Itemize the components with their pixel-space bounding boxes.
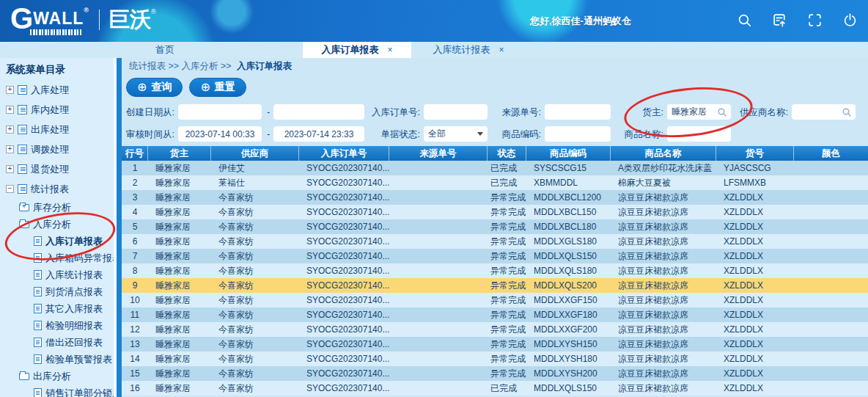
table-cell: 睡雅家居: [148, 263, 211, 278]
table-row[interactable]: 6睡雅家居今喜家纺SYOCG202307140...异常完成MDDLXGLS18…: [122, 234, 868, 249]
query-button-label: 查询: [151, 81, 172, 94]
brand-letter-g: G: [10, 5, 33, 32]
table-cell: XZLDDLX: [716, 352, 794, 366]
table-cell: 异常完成: [488, 263, 526, 278]
table-row[interactable]: 8睡雅家居今喜家纺SYOCG202307140...异常完成MDDLXQLS18…: [122, 263, 868, 278]
table-cell: XZLDDLX: [716, 337, 794, 352]
column-header[interactable]: 货号: [716, 146, 794, 161]
sidebar-item[interactable]: 入库箱码异常报表: [0, 250, 114, 266]
table-row[interactable]: 14睡雅家居今喜家纺SYOCG202307140...异常完成MDDLXYSH1…: [122, 352, 868, 366]
table-row[interactable]: 3睡雅家居今喜家纺SYOCG202307140...异常完成MDDLXBCL12…: [122, 190, 868, 205]
table-row[interactable]: 1睡雅家居伊佳艾SYOCG202307140...已完成SYSCSCG15A类双…: [122, 161, 868, 175]
column-header[interactable]: 商品名称: [611, 146, 716, 161]
sidebar-item[interactable]: 库存分析: [0, 199, 114, 216]
tree-node-icon: [18, 125, 27, 134]
tree-node-icon: [18, 105, 27, 114]
sidebar-item[interactable]: 入库订单报表: [0, 233, 114, 250]
table-cell: [389, 219, 488, 234]
sidebar-item[interactable]: 检验单预警报表: [0, 351, 114, 368]
audit-time-from-input[interactable]: [178, 126, 262, 142]
item-code-input[interactable]: [545, 126, 611, 142]
table-cell: [794, 263, 868, 278]
sidebar-item[interactable]: 其它入库报表: [0, 300, 114, 317]
reset-button[interactable]: ⊕ 重置: [189, 78, 246, 97]
tree-expander-icon[interactable]: +: [6, 145, 14, 153]
table-row[interactable]: 12睡雅家居今喜家纺SYOCG202307140...异常完成MDDLXXGF2…: [122, 322, 868, 337]
tree-expander-icon[interactable]: +: [6, 86, 14, 94]
sidebar-item[interactable]: 出库分析: [0, 368, 114, 385]
table-row[interactable]: 10睡雅家居今喜家纺SYOCG202307140...异常完成MDDLXXGF1…: [122, 293, 868, 307]
report-table: 行号货主供应商入库订单号来源单号状态商品编码商品名称货号颜色 1睡雅家居伊佳艾S…: [122, 146, 868, 396]
table-cell: [794, 161, 868, 175]
owner-lookup-icon[interactable]: [717, 107, 727, 117]
table-cell: MDDLXGLS180: [526, 234, 611, 249]
table-cell: [794, 278, 868, 293]
table-cell: 今喜家纺: [211, 337, 299, 352]
column-header[interactable]: 颜色: [794, 146, 868, 161]
plus-circle-icon: ⊕: [200, 82, 210, 92]
table-cell: [389, 161, 488, 175]
table-row[interactable]: 5睡雅家居今喜家纺SYOCG202307140...异常完成MDDLXBCL18…: [122, 219, 868, 234]
sidebar-item[interactable]: 入库统计报表: [0, 266, 114, 283]
search-icon[interactable]: [737, 12, 752, 28]
sidebar-item[interactable]: 检验明细报表: [0, 317, 114, 334]
table-cell: 凉豆豆床裙款凉席: [611, 381, 716, 396]
sidebar-item[interactable]: 销售订单部分锁库报: [0, 385, 114, 397]
table-cell: SYOCG202307140...: [299, 352, 389, 366]
tree-expander-icon[interactable]: +: [6, 125, 14, 134]
table-row[interactable]: 9睡雅家居今喜家纺SYOCG202307140...异常完成MDDLXQLS20…: [122, 278, 868, 293]
sidebar-item[interactable]: 到货清点报表: [0, 283, 114, 300]
tree-expander-icon[interactable]: −: [6, 185, 14, 193]
power-icon[interactable]: [842, 12, 858, 28]
tab[interactable]: 入库订单报表 ×: [303, 42, 411, 58]
sidebar-item[interactable]: + 调拨处理: [0, 139, 114, 159]
table-row[interactable]: 13睡雅家居今喜家纺SYOCG202307140...异常完成MDDLXYSH1…: [122, 337, 868, 352]
supplier-lookup-icon[interactable]: [842, 107, 852, 117]
sidebar-item[interactable]: + 出库处理: [0, 120, 114, 139]
table-row[interactable]: 16睡雅家居今喜家纺SYOCG202307140...已完成MDDLXQLS15…: [122, 381, 868, 396]
item-name-input[interactable]: [667, 126, 731, 142]
column-header[interactable]: 入库订单号: [299, 146, 389, 161]
column-header[interactable]: 来源单号: [389, 146, 488, 161]
table-cell: LFSMMXB: [716, 175, 794, 190]
column-header[interactable]: 商品编码: [526, 146, 611, 161]
app-window: GWALL® 巨沃 ® 您好,徐西佳-通州蚂蚁仓 首页 入库订单报表 × 入库统…: [0, 0, 868, 397]
tree-expander-icon[interactable]: +: [6, 165, 14, 173]
tab-label: 入库订单报表: [321, 43, 378, 57]
column-header[interactable]: 货主: [148, 146, 211, 161]
tab[interactable]: 首页: [117, 42, 213, 58]
sidebar-item[interactable]: + 退货处理: [0, 159, 114, 179]
source-no-input[interactable]: [545, 104, 611, 120]
table-cell: SYOCG202307140...: [299, 249, 389, 263]
table-cell: 今喜家纺: [211, 234, 299, 249]
create-date-from-input[interactable]: [178, 104, 262, 120]
tab-close-icon[interactable]: ×: [499, 46, 504, 54]
export-icon[interactable]: [772, 12, 787, 28]
column-header[interactable]: 状态: [488, 146, 526, 161]
table-row[interactable]: 11睡雅家居今喜家纺SYOCG202307140...异常完成MDDLXXGF1…: [122, 307, 868, 322]
table-row[interactable]: 2睡雅家居莱福仕SYOCG202307140...已完成XBMMDDL棉麻大豆夏…: [122, 175, 868, 190]
tree-expander-icon[interactable]: +: [6, 106, 14, 114]
table-row[interactable]: 15睡雅家居今喜家纺SYOCG202307140...异常完成MDDLXYSH2…: [122, 366, 868, 381]
sidebar-splitter[interactable]: [117, 58, 122, 397]
tab-close-icon[interactable]: ×: [387, 46, 392, 54]
table-row[interactable]: 7睡雅家居今喜家纺SYOCG202307140...异常完成MDDLXQLS15…: [122, 249, 868, 263]
tree-node-icon: [34, 287, 42, 296]
sidebar-item[interactable]: + 入库处理: [0, 80, 114, 100]
table-cell: 凉豆豆床裙款凉席: [611, 278, 716, 293]
table-cell: MDDLXXGF180: [526, 307, 611, 322]
top-icon-group: [737, 12, 858, 28]
column-header[interactable]: 行号: [122, 146, 148, 161]
tab[interactable]: 入库统计报表 ×: [413, 42, 524, 58]
table-row[interactable]: 4睡雅家居今喜家纺SYOCG202307140...异常完成MDDLXBCL15…: [122, 205, 868, 219]
sidebar-item[interactable]: − 统计报表: [0, 179, 114, 199]
table-cell: 异常完成: [488, 366, 526, 381]
sidebar-item[interactable]: 借出还回报表: [0, 334, 114, 351]
tree-node-icon: [34, 236, 42, 246]
column-header[interactable]: 供应商: [211, 146, 299, 161]
table-cell: 今喜家纺: [211, 322, 299, 337]
sidebar-item[interactable]: 入库分析: [0, 216, 114, 233]
sidebar-item[interactable]: + 库内处理: [0, 100, 114, 120]
fullscreen-icon[interactable]: [807, 12, 823, 28]
query-button[interactable]: ⊕ 查询: [126, 78, 183, 97]
